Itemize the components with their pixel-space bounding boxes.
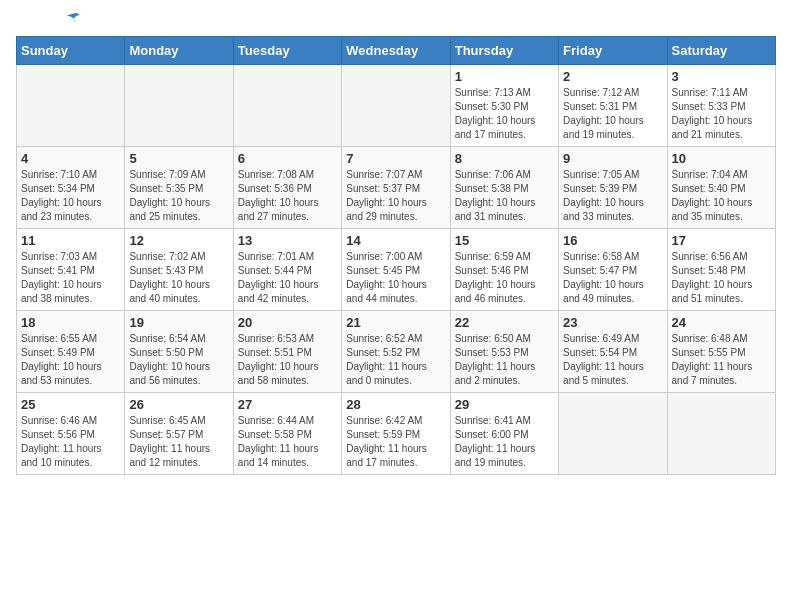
day-info: Sunrise: 6:53 AMSunset: 5:51 PMDaylight:… xyxy=(238,332,337,388)
weekday-header-friday: Friday xyxy=(559,37,667,65)
calendar-cell: 8Sunrise: 7:06 AMSunset: 5:38 PMDaylight… xyxy=(450,147,558,229)
day-number: 14 xyxy=(346,233,445,248)
day-number: 12 xyxy=(129,233,228,248)
day-info: Sunrise: 6:54 AMSunset: 5:50 PMDaylight:… xyxy=(129,332,228,388)
day-info: Sunrise: 6:56 AMSunset: 5:48 PMDaylight:… xyxy=(672,250,771,306)
day-number: 9 xyxy=(563,151,662,166)
day-info: Sunrise: 7:04 AMSunset: 5:40 PMDaylight:… xyxy=(672,168,771,224)
weekday-header-monday: Monday xyxy=(125,37,233,65)
day-number: 24 xyxy=(672,315,771,330)
day-info: Sunrise: 6:44 AMSunset: 5:58 PMDaylight:… xyxy=(238,414,337,470)
calendar-cell xyxy=(125,65,233,147)
calendar-cell: 27Sunrise: 6:44 AMSunset: 5:58 PMDayligh… xyxy=(233,393,341,475)
calendar-cell: 9Sunrise: 7:05 AMSunset: 5:39 PMDaylight… xyxy=(559,147,667,229)
day-info: Sunrise: 7:06 AMSunset: 5:38 PMDaylight:… xyxy=(455,168,554,224)
day-info: Sunrise: 6:45 AMSunset: 5:57 PMDaylight:… xyxy=(129,414,228,470)
day-info: Sunrise: 7:09 AMSunset: 5:35 PMDaylight:… xyxy=(129,168,228,224)
day-number: 2 xyxy=(563,69,662,84)
calendar-cell: 19Sunrise: 6:54 AMSunset: 5:50 PMDayligh… xyxy=(125,311,233,393)
day-info: Sunrise: 6:48 AMSunset: 5:55 PMDaylight:… xyxy=(672,332,771,388)
day-info: Sunrise: 6:59 AMSunset: 5:46 PMDaylight:… xyxy=(455,250,554,306)
day-info: Sunrise: 6:49 AMSunset: 5:54 PMDaylight:… xyxy=(563,332,662,388)
day-info: Sunrise: 6:41 AMSunset: 6:00 PMDaylight:… xyxy=(455,414,554,470)
day-number: 11 xyxy=(21,233,120,248)
day-info: Sunrise: 7:12 AMSunset: 5:31 PMDaylight:… xyxy=(563,86,662,142)
day-number: 22 xyxy=(455,315,554,330)
calendar-cell xyxy=(17,65,125,147)
calendar-cell: 20Sunrise: 6:53 AMSunset: 5:51 PMDayligh… xyxy=(233,311,341,393)
logo xyxy=(16,16,82,24)
calendar-cell: 21Sunrise: 6:52 AMSunset: 5:52 PMDayligh… xyxy=(342,311,450,393)
calendar-week-5: 25Sunrise: 6:46 AMSunset: 5:56 PMDayligh… xyxy=(17,393,776,475)
day-info: Sunrise: 6:42 AMSunset: 5:59 PMDaylight:… xyxy=(346,414,445,470)
day-number: 25 xyxy=(21,397,120,412)
calendar-cell: 13Sunrise: 7:01 AMSunset: 5:44 PMDayligh… xyxy=(233,229,341,311)
calendar-week-2: 4Sunrise: 7:10 AMSunset: 5:34 PMDaylight… xyxy=(17,147,776,229)
day-info: Sunrise: 6:55 AMSunset: 5:49 PMDaylight:… xyxy=(21,332,120,388)
calendar-cell: 4Sunrise: 7:10 AMSunset: 5:34 PMDaylight… xyxy=(17,147,125,229)
calendar-cell: 23Sunrise: 6:49 AMSunset: 5:54 PMDayligh… xyxy=(559,311,667,393)
day-number: 28 xyxy=(346,397,445,412)
calendar-table: SundayMondayTuesdayWednesdayThursdayFrid… xyxy=(16,36,776,475)
calendar-cell xyxy=(233,65,341,147)
day-number: 23 xyxy=(563,315,662,330)
calendar-cell: 6Sunrise: 7:08 AMSunset: 5:36 PMDaylight… xyxy=(233,147,341,229)
calendar-cell: 5Sunrise: 7:09 AMSunset: 5:35 PMDaylight… xyxy=(125,147,233,229)
weekday-header-tuesday: Tuesday xyxy=(233,37,341,65)
day-number: 8 xyxy=(455,151,554,166)
day-info: Sunrise: 7:13 AMSunset: 5:30 PMDaylight:… xyxy=(455,86,554,142)
day-info: Sunrise: 6:52 AMSunset: 5:52 PMDaylight:… xyxy=(346,332,445,388)
calendar-cell: 28Sunrise: 6:42 AMSunset: 5:59 PMDayligh… xyxy=(342,393,450,475)
calendar-cell: 11Sunrise: 7:03 AMSunset: 5:41 PMDayligh… xyxy=(17,229,125,311)
calendar-cell: 18Sunrise: 6:55 AMSunset: 5:49 PMDayligh… xyxy=(17,311,125,393)
day-info: Sunrise: 7:01 AMSunset: 5:44 PMDaylight:… xyxy=(238,250,337,306)
calendar-cell: 3Sunrise: 7:11 AMSunset: 5:33 PMDaylight… xyxy=(667,65,775,147)
calendar-week-3: 11Sunrise: 7:03 AMSunset: 5:41 PMDayligh… xyxy=(17,229,776,311)
day-number: 16 xyxy=(563,233,662,248)
day-number: 10 xyxy=(672,151,771,166)
calendar-cell: 1Sunrise: 7:13 AMSunset: 5:30 PMDaylight… xyxy=(450,65,558,147)
weekday-header-thursday: Thursday xyxy=(450,37,558,65)
page-header xyxy=(16,16,776,24)
day-info: Sunrise: 6:58 AMSunset: 5:47 PMDaylight:… xyxy=(563,250,662,306)
day-number: 20 xyxy=(238,315,337,330)
day-number: 17 xyxy=(672,233,771,248)
day-number: 13 xyxy=(238,233,337,248)
calendar-cell: 12Sunrise: 7:02 AMSunset: 5:43 PMDayligh… xyxy=(125,229,233,311)
calendar-cell: 26Sunrise: 6:45 AMSunset: 5:57 PMDayligh… xyxy=(125,393,233,475)
day-number: 18 xyxy=(21,315,120,330)
calendar-week-1: 1Sunrise: 7:13 AMSunset: 5:30 PMDaylight… xyxy=(17,65,776,147)
calendar-cell: 15Sunrise: 6:59 AMSunset: 5:46 PMDayligh… xyxy=(450,229,558,311)
calendar-cell: 2Sunrise: 7:12 AMSunset: 5:31 PMDaylight… xyxy=(559,65,667,147)
day-number: 4 xyxy=(21,151,120,166)
day-number: 29 xyxy=(455,397,554,412)
calendar-cell: 10Sunrise: 7:04 AMSunset: 5:40 PMDayligh… xyxy=(667,147,775,229)
day-number: 27 xyxy=(238,397,337,412)
calendar-week-4: 18Sunrise: 6:55 AMSunset: 5:49 PMDayligh… xyxy=(17,311,776,393)
weekday-header-saturday: Saturday xyxy=(667,37,775,65)
day-number: 1 xyxy=(455,69,554,84)
day-number: 21 xyxy=(346,315,445,330)
day-number: 6 xyxy=(238,151,337,166)
day-info: Sunrise: 6:50 AMSunset: 5:53 PMDaylight:… xyxy=(455,332,554,388)
day-info: Sunrise: 7:11 AMSunset: 5:33 PMDaylight:… xyxy=(672,86,771,142)
calendar-cell xyxy=(667,393,775,475)
calendar-cell: 29Sunrise: 6:41 AMSunset: 6:00 PMDayligh… xyxy=(450,393,558,475)
calendar-cell xyxy=(342,65,450,147)
calendar-cell: 22Sunrise: 6:50 AMSunset: 5:53 PMDayligh… xyxy=(450,311,558,393)
day-number: 7 xyxy=(346,151,445,166)
day-info: Sunrise: 7:08 AMSunset: 5:36 PMDaylight:… xyxy=(238,168,337,224)
calendar-cell: 17Sunrise: 6:56 AMSunset: 5:48 PMDayligh… xyxy=(667,229,775,311)
day-info: Sunrise: 7:07 AMSunset: 5:37 PMDaylight:… xyxy=(346,168,445,224)
calendar-cell: 14Sunrise: 7:00 AMSunset: 5:45 PMDayligh… xyxy=(342,229,450,311)
day-info: Sunrise: 7:00 AMSunset: 5:45 PMDaylight:… xyxy=(346,250,445,306)
logo-bird-icon xyxy=(64,12,82,24)
weekday-header-wednesday: Wednesday xyxy=(342,37,450,65)
day-number: 19 xyxy=(129,315,228,330)
day-info: Sunrise: 7:03 AMSunset: 5:41 PMDaylight:… xyxy=(21,250,120,306)
calendar-cell: 7Sunrise: 7:07 AMSunset: 5:37 PMDaylight… xyxy=(342,147,450,229)
day-number: 3 xyxy=(672,69,771,84)
day-number: 5 xyxy=(129,151,228,166)
day-number: 15 xyxy=(455,233,554,248)
calendar-cell xyxy=(559,393,667,475)
